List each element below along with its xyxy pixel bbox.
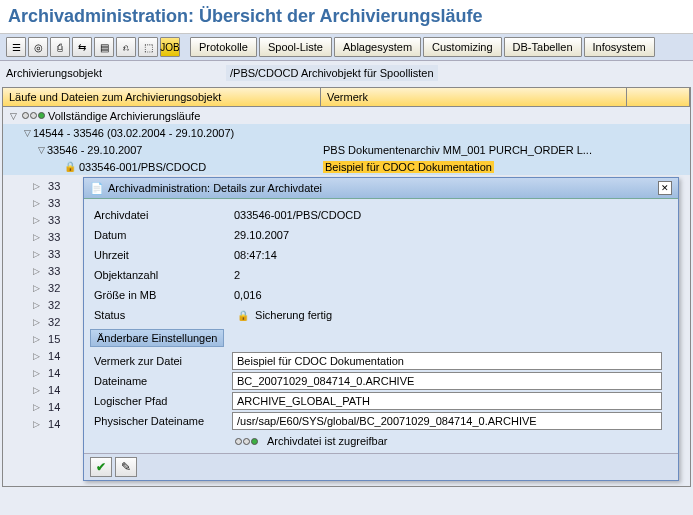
twisty-icon[interactable]: ▷ bbox=[33, 266, 45, 276]
lbl-uhrzeit: Uhrzeit bbox=[92, 249, 232, 261]
toolbar-icon-6[interactable]: ⬚ bbox=[138, 37, 158, 57]
val-archivdatei: 033546-001/PBS/CDOCD bbox=[232, 209, 670, 221]
row-label: 14 bbox=[48, 367, 60, 379]
subhead-editable: Änderbare Einstellungen bbox=[90, 329, 224, 347]
row-label: 32 bbox=[48, 316, 60, 328]
grid-header: Läufe und Dateien zum Archivierungsobjek… bbox=[2, 87, 691, 107]
btn-db-tabellen[interactable]: DB-Tabellen bbox=[504, 37, 582, 57]
grid-body: ▽ Vollständige Archivierungsläufe ▽ 1454… bbox=[2, 107, 691, 487]
tree-root-label: Vollständige Archivierungsläufe bbox=[48, 110, 200, 122]
twisty-icon[interactable]: ▽ bbox=[21, 128, 33, 138]
val-groesse: 0,016 bbox=[232, 289, 670, 301]
input-vermerk[interactable] bbox=[232, 352, 662, 370]
tree-level1[interactable]: ▽ 14544 - 33546 (03.02.2004 - 29.10.2007… bbox=[3, 124, 690, 141]
twisty-icon[interactable]: ▷ bbox=[33, 249, 45, 259]
twisty-icon[interactable]: ▷ bbox=[33, 181, 45, 191]
toolbar-icon-2[interactable]: ⎙ bbox=[50, 37, 70, 57]
btn-spool-liste[interactable]: Spool-Liste bbox=[259, 37, 332, 57]
tree-root[interactable]: ▽ Vollständige Archivierungsläufe bbox=[3, 107, 690, 124]
input-logischer-pfad[interactable] bbox=[232, 392, 662, 410]
lock-icon: 🔒 bbox=[64, 161, 76, 172]
page-title: Archivadministration: Übersicht der Arch… bbox=[0, 0, 693, 34]
lbl-objektanzahl: Objektanzahl bbox=[92, 269, 232, 281]
lbl-lpfad: Logischer Pfad bbox=[92, 395, 232, 407]
check-icon: ✔ bbox=[96, 460, 106, 474]
tree-l1-label: 14544 - 33546 (03.02.2004 - 29.10.2007) bbox=[33, 127, 234, 139]
archiving-object-row: Archivierungsobjekt /PBS/CDOCD Archivobj… bbox=[0, 61, 693, 85]
form-icon: 📄 bbox=[90, 182, 104, 195]
dialog-titlebar[interactable]: 📄 Archivadministration: Details zur Arch… bbox=[84, 178, 678, 199]
row-label: 33 bbox=[48, 214, 60, 226]
row-label: 33 bbox=[48, 231, 60, 243]
row-label: 32 bbox=[48, 299, 60, 311]
traffic-light-icon bbox=[235, 438, 258, 445]
ok-button[interactable]: ✔ bbox=[90, 457, 112, 477]
lbl-status: Status bbox=[92, 309, 232, 321]
lbl-archivdatei: Archivdatei bbox=[92, 209, 232, 221]
close-icon[interactable]: ✕ bbox=[658, 181, 672, 195]
lbl-datum: Datum bbox=[92, 229, 232, 241]
dialog-status-text: Archivdatei ist zugreifbar bbox=[267, 435, 387, 447]
tree-l3-label: 033546-001/PBS/CDOCD bbox=[79, 161, 206, 173]
archiving-object-value: /PBS/CDOCD Archivobjekt für Spoollisten bbox=[226, 65, 438, 81]
toolbar-icon-1[interactable]: ◎ bbox=[28, 37, 48, 57]
lbl-dateiname: Dateiname bbox=[92, 375, 232, 387]
tree-l2-label: 33546 - 29.10.2007 bbox=[47, 144, 142, 156]
toolbar-icon-4[interactable]: ▤ bbox=[94, 37, 114, 57]
twisty-icon[interactable]: ▽ bbox=[35, 145, 47, 155]
row-label: 14 bbox=[48, 401, 60, 413]
detail-dialog: 📄 Archivadministration: Details zur Arch… bbox=[83, 177, 679, 481]
btn-ablagesystem[interactable]: Ablagesystem bbox=[334, 37, 421, 57]
vermerk-l3: Beispiel für CDOC Dokumentation bbox=[323, 158, 494, 175]
btn-infosystem[interactable]: Infosystem bbox=[584, 37, 655, 57]
dialog-footer: ✔ ✎ bbox=[84, 453, 678, 480]
lock-icon: 🔒 bbox=[237, 310, 249, 321]
btn-customizing[interactable]: Customizing bbox=[423, 37, 502, 57]
col-runs[interactable]: Läufe und Dateien zum Archivierungsobjek… bbox=[3, 88, 321, 106]
twisty-icon[interactable]: ▷ bbox=[33, 232, 45, 242]
twisty-icon[interactable]: ▷ bbox=[33, 334, 45, 344]
twisty-icon[interactable]: ▷ bbox=[33, 300, 45, 310]
twisty-icon[interactable]: ▷ bbox=[33, 198, 45, 208]
toolbar-icon-3[interactable]: ⇆ bbox=[72, 37, 92, 57]
traffic-light-icon bbox=[22, 112, 45, 119]
lbl-vermerk: Vermerk zur Datei bbox=[92, 355, 232, 367]
toolbar-icon-0[interactable]: ☰ bbox=[6, 37, 26, 57]
col-vermerk[interactable]: Vermerk bbox=[321, 88, 627, 106]
row-label: 33 bbox=[48, 265, 60, 277]
input-dateiname[interactable] bbox=[232, 372, 662, 390]
row-label: 33 bbox=[48, 197, 60, 209]
tree-level2[interactable]: ▽ 33546 - 29.10.2007 PBS Dokumentenarchi… bbox=[3, 141, 690, 158]
row-label: 15 bbox=[48, 333, 60, 345]
toolbar-icon-job[interactable]: JOB bbox=[160, 37, 180, 57]
row-label: 33 bbox=[48, 248, 60, 260]
dialog-title-text: Archivadministration: Details zur Archiv… bbox=[108, 182, 658, 194]
twisty-icon[interactable]: ▷ bbox=[33, 215, 45, 225]
twisty-icon[interactable]: ▷ bbox=[33, 419, 45, 429]
row-label: 32 bbox=[48, 282, 60, 294]
twisty-icon[interactable]: ▽ bbox=[7, 111, 19, 121]
twisty-icon[interactable]: ▷ bbox=[33, 317, 45, 327]
btn-protokolle[interactable]: Protokolle bbox=[190, 37, 257, 57]
archiving-object-label: Archivierungsobjekt bbox=[6, 67, 222, 79]
tool-button[interactable]: ✎ bbox=[115, 457, 137, 477]
row-label: 14 bbox=[48, 418, 60, 430]
tree-level3[interactable]: 🔒 033546-001/PBS/CDOCD Beispiel für CDOC… bbox=[3, 158, 690, 175]
twisty-icon[interactable]: ▷ bbox=[33, 368, 45, 378]
twisty-icon[interactable]: ▷ bbox=[33, 402, 45, 412]
val-objektanzahl: 2 bbox=[232, 269, 670, 281]
toolbar-icon-5[interactable]: ⎌ bbox=[116, 37, 136, 57]
row-label: 14 bbox=[48, 384, 60, 396]
col-extra[interactable] bbox=[627, 88, 690, 106]
twisty-icon[interactable]: ▷ bbox=[33, 283, 45, 293]
row-label: 14 bbox=[48, 350, 60, 362]
main-toolbar: ☰ ◎ ⎙ ⇆ ▤ ⎌ ⬚ JOB Protokolle Spool-Liste… bbox=[0, 34, 693, 61]
val-uhrzeit: 08:47:14 bbox=[232, 249, 670, 261]
input-physischer-pfad[interactable] bbox=[232, 412, 662, 430]
val-status: 🔒 Sicherung fertig bbox=[232, 309, 670, 321]
twisty-icon[interactable]: ▷ bbox=[33, 385, 45, 395]
wrench-icon: ✎ bbox=[121, 460, 131, 474]
vermerk-l2: PBS Dokumentenarchiv MM_001 PURCH_ORDER … bbox=[323, 141, 592, 158]
val-datum: 29.10.2007 bbox=[232, 229, 670, 241]
twisty-icon[interactable]: ▷ bbox=[33, 351, 45, 361]
